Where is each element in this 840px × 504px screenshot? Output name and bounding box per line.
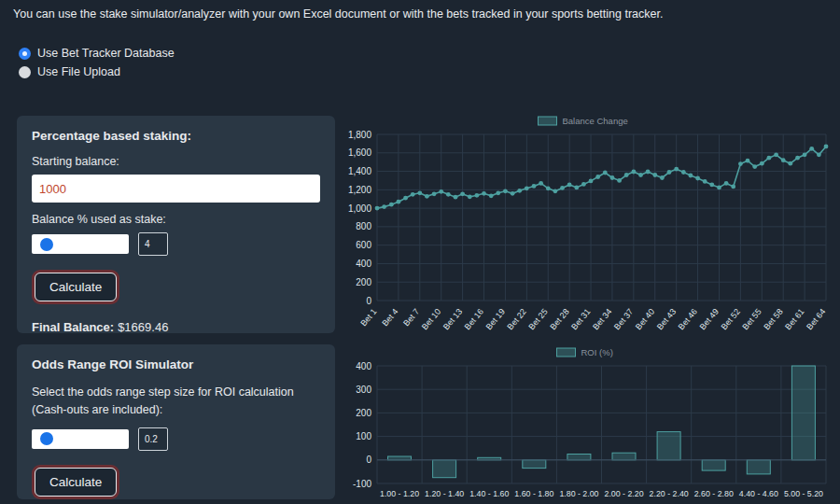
svg-text:1.00 - 1.20: 1.00 - 1.20 [380,489,419,498]
roi-panel: Odds Range ROI Simulator Select the odds… [17,344,335,499]
svg-text:Bet 31: Bet 31 [569,307,592,331]
svg-text:1.40 - 1.60: 1.40 - 1.60 [469,489,509,498]
svg-text:1.20 - 1.40: 1.20 - 1.40 [425,489,464,498]
intro-text: You can use the stake simulator/analyzer… [13,7,663,21]
odds-step-slider[interactable] [32,429,129,449]
radio-file-upload[interactable]: Use File Upload [19,65,175,78]
staking-panel: Percentage based staking: Starting balan… [17,116,335,333]
svg-text:Bet 13: Bet 13 [441,307,464,331]
final-balance-value: $1669.46 [118,320,168,334]
svg-text:Bet 40: Bet 40 [634,307,656,331]
svg-text:Bet 1: Bet 1 [358,307,378,329]
svg-text:ROI (%): ROI (%) [581,347,613,357]
svg-text:300: 300 [356,385,371,395]
svg-text:-100: -100 [353,479,371,489]
svg-text:1.60 - 1.80: 1.60 - 1.80 [514,489,553,498]
svg-text:0: 0 [366,455,371,465]
svg-text:800: 800 [356,221,371,231]
svg-text:Bet 4: Bet 4 [380,307,399,329]
roi-bar-chart[interactable]: -10001002003004001.00 - 1.201.20 - 1.401… [334,343,835,504]
svg-text:Bet 10: Bet 10 [420,307,442,331]
svg-text:0: 0 [366,296,371,306]
slider-thumb[interactable] [40,238,53,251]
legend[interactable]: ROI (%) [557,347,613,357]
svg-text:Balance Change: Balance Change [563,116,628,126]
radio-unselected-icon[interactable] [19,66,31,78]
odds-step-value-box[interactable]: 0.2 [138,427,168,451]
stake-percent-value-box[interactable]: 4 [138,232,168,256]
stake-percent-slider[interactable] [32,234,129,254]
svg-text:Bet 19: Bet 19 [484,307,507,331]
svg-text:Bet 58: Bet 58 [762,307,784,331]
staking-panel-title: Percentage based staking: [32,129,320,143]
svg-text:Bet 25: Bet 25 [526,307,549,331]
roi-step-description: Select the odds range step size for ROI … [32,384,320,420]
svg-text:2.60 - 2.80: 2.60 - 2.80 [694,489,734,498]
final-balance-label: Final Balance: [32,320,114,334]
svg-text:Bet 22: Bet 22 [505,307,527,331]
radio-bet-tracker-database[interactable]: Use Bet Tracker Database [19,47,175,60]
svg-text:Bet 46: Bet 46 [677,307,699,331]
svg-text:1,000: 1,000 [348,203,371,214]
svg-text:1,800: 1,800 [348,130,371,140]
svg-text:1,600: 1,600 [348,147,371,158]
svg-text:5.00 - 5.20: 5.00 - 5.20 [784,489,823,498]
final-balance-row: Final Balance:$1669.46 [32,320,320,334]
staking-calculate-button[interactable]: Calculate [35,273,117,301]
svg-text:Bet 28: Bet 28 [548,307,570,331]
radio-selected-icon[interactable] [19,48,31,60]
starting-balance-input[interactable] [32,175,320,203]
svg-text:400: 400 [356,361,371,371]
legend[interactable]: Balance Change [539,116,628,126]
svg-text:400: 400 [356,259,371,269]
svg-text:200: 200 [356,408,371,418]
balance-chart-svg: 02004006008001,0001,2001,4001,6001,800Be… [334,112,835,342]
svg-text:1.80 - 2.00: 1.80 - 2.00 [559,489,598,498]
svg-text:4.40 - 4.60: 4.40 - 4.60 [739,489,778,498]
svg-text:Bet 43: Bet 43 [655,307,678,331]
starting-balance-label: Starting balance: [32,155,320,168]
svg-text:2.00 - 2.20: 2.00 - 2.20 [605,489,644,498]
svg-text:Bet 64: Bet 64 [805,307,827,331]
svg-text:200: 200 [356,277,371,287]
svg-text:2.20 - 2.40: 2.20 - 2.40 [650,489,689,498]
svg-text:Bet 7: Bet 7 [401,307,421,329]
svg-text:Bet 61: Bet 61 [783,307,805,331]
svg-text:Bet 52: Bet 52 [720,307,742,331]
data-source-radio-group: Use Bet Tracker Database Use File Upload [19,47,175,78]
svg-text:Bet 34: Bet 34 [591,307,613,331]
svg-text:Bet 55: Bet 55 [740,307,763,331]
slider-thumb[interactable] [40,432,53,445]
svg-text:Bet 16: Bet 16 [463,307,485,331]
stake-percent-label: Balance % used as stake: [32,213,320,226]
radio-file-upload-label: Use File Upload [37,65,120,78]
svg-text:100: 100 [356,431,371,441]
balance-change-chart[interactable]: 02004006008001,0001,2001,4001,6001,800Be… [334,112,835,345]
roi-chart-svg: -10001002003004001.00 - 1.201.20 - 1.401… [334,343,835,504]
roi-panel-title: Odds Range ROI Simulator [32,357,320,371]
svg-text:Bet 37: Bet 37 [612,307,635,331]
radio-bet-tracker-label: Use Bet Tracker Database [37,47,175,60]
svg-text:600: 600 [356,240,371,250]
roi-calculate-button[interactable]: Calculate [35,468,117,497]
svg-text:1,200: 1,200 [348,185,371,195]
svg-text:1,400: 1,400 [348,166,371,176]
svg-text:Bet 49: Bet 49 [698,307,721,331]
